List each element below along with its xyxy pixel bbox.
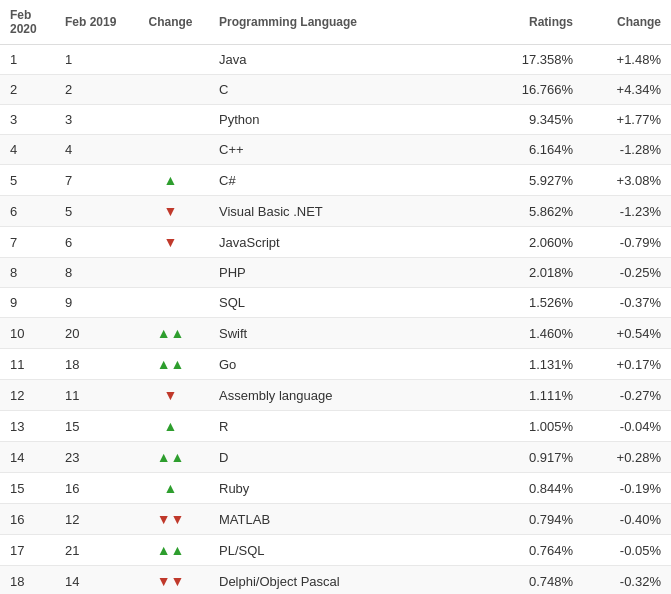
rating-value: 16.766% [451, 75, 583, 105]
change-value: -0.04% [583, 411, 671, 442]
rank-2020: 1 [0, 45, 55, 75]
rank-2019: 2 [55, 75, 132, 105]
header-ratings: Ratings [451, 0, 583, 45]
arrow-down-icon: ▼ [164, 203, 178, 219]
change-value: -0.25% [583, 258, 671, 288]
rank-2020: 4 [0, 135, 55, 165]
table-row: 4 4 C++ 6.164% -1.28% [0, 135, 671, 165]
change-value: +1.77% [583, 105, 671, 135]
rank-2020: 11 [0, 349, 55, 380]
table-header: Feb 2020 Feb 2019 Change Programming Lan… [0, 0, 671, 45]
rating-value: 9.345% [451, 105, 583, 135]
arrow-up-double-icon: ▲▲ [157, 325, 185, 341]
change-arrow: ▲ [132, 165, 209, 196]
change-value: +0.28% [583, 442, 671, 473]
rank-2019: 9 [55, 288, 132, 318]
change-value: -0.32% [583, 566, 671, 595]
change-arrow: ▼ [132, 196, 209, 227]
change-value: -0.19% [583, 473, 671, 504]
rating-value: 0.844% [451, 473, 583, 504]
rank-2019: 6 [55, 227, 132, 258]
arrow-down-double-icon: ▼▼ [157, 573, 185, 589]
rank-2019: 4 [55, 135, 132, 165]
arrow-down-icon: ▼ [164, 234, 178, 250]
header-change: Change [132, 0, 209, 45]
change-arrow: ▲▲ [132, 535, 209, 566]
language-name: Visual Basic .NET [209, 196, 451, 227]
rank-2019: 18 [55, 349, 132, 380]
change-arrow [132, 105, 209, 135]
table-row: 2 2 C 16.766% +4.34% [0, 75, 671, 105]
change-arrow: ▼▼ [132, 566, 209, 595]
change-arrow [132, 75, 209, 105]
arrow-down-double-icon: ▼▼ [157, 511, 185, 527]
rating-value: 1.460% [451, 318, 583, 349]
table-row: 1 1 Java 17.358% +1.48% [0, 45, 671, 75]
table-row: 7 6 ▼ JavaScript 2.060% -0.79% [0, 227, 671, 258]
change-arrow: ▲ [132, 473, 209, 504]
header-feb2020: Feb 2020 [0, 0, 55, 45]
rank-2020: 5 [0, 165, 55, 196]
rank-2020: 18 [0, 566, 55, 595]
table-row: 16 12 ▼▼ MATLAB 0.794% -0.40% [0, 504, 671, 535]
rank-2019: 21 [55, 535, 132, 566]
rank-2019: 15 [55, 411, 132, 442]
rating-value: 0.748% [451, 566, 583, 595]
rank-2020: 9 [0, 288, 55, 318]
rank-2019: 20 [55, 318, 132, 349]
change-arrow [132, 288, 209, 318]
change-value: -0.05% [583, 535, 671, 566]
rating-value: 0.794% [451, 504, 583, 535]
rating-value: 5.862% [451, 196, 583, 227]
rank-2019: 3 [55, 105, 132, 135]
change-arrow: ▼▼ [132, 504, 209, 535]
rank-2020: 7 [0, 227, 55, 258]
change-arrow: ▲▲ [132, 318, 209, 349]
table-row: 13 15 ▲ R 1.005% -0.04% [0, 411, 671, 442]
rank-2019: 8 [55, 258, 132, 288]
table-row: 18 14 ▼▼ Delphi/Object Pascal 0.748% -0.… [0, 566, 671, 595]
rating-value: 1.005% [451, 411, 583, 442]
rank-2020: 6 [0, 196, 55, 227]
change-value: +1.48% [583, 45, 671, 75]
language-name: MATLAB [209, 504, 451, 535]
rank-2019: 11 [55, 380, 132, 411]
rankings-table: Feb 2020 Feb 2019 Change Programming Lan… [0, 0, 671, 594]
language-name: Ruby [209, 473, 451, 504]
language-name: Python [209, 105, 451, 135]
rating-value: 2.018% [451, 258, 583, 288]
rank-2019: 23 [55, 442, 132, 473]
rank-2019: 16 [55, 473, 132, 504]
change-value: -1.28% [583, 135, 671, 165]
arrow-up-icon: ▲ [164, 480, 178, 496]
language-name: Java [209, 45, 451, 75]
arrow-up-double-icon: ▲▲ [157, 542, 185, 558]
change-value: -0.27% [583, 380, 671, 411]
rank-2020: 17 [0, 535, 55, 566]
change-arrow [132, 258, 209, 288]
rank-2020: 2 [0, 75, 55, 105]
header-feb2019: Feb 2019 [55, 0, 132, 45]
language-name: Swift [209, 318, 451, 349]
rank-2020: 15 [0, 473, 55, 504]
change-arrow: ▲▲ [132, 349, 209, 380]
rank-2020: 12 [0, 380, 55, 411]
change-value: -0.37% [583, 288, 671, 318]
rank-2019: 1 [55, 45, 132, 75]
change-arrow: ▼ [132, 227, 209, 258]
table-row: 14 23 ▲▲ D 0.917% +0.28% [0, 442, 671, 473]
rating-value: 5.927% [451, 165, 583, 196]
change-value: +4.34% [583, 75, 671, 105]
table-row: 15 16 ▲ Ruby 0.844% -0.19% [0, 473, 671, 504]
table-row: 6 5 ▼ Visual Basic .NET 5.862% -1.23% [0, 196, 671, 227]
rank-2019: 7 [55, 165, 132, 196]
change-value: -1.23% [583, 196, 671, 227]
language-name: PL/SQL [209, 535, 451, 566]
rating-value: 0.764% [451, 535, 583, 566]
rating-value: 1.526% [451, 288, 583, 318]
table-row: 8 8 PHP 2.018% -0.25% [0, 258, 671, 288]
header-language: Programming Language [209, 0, 451, 45]
rank-2019: 5 [55, 196, 132, 227]
arrow-up-icon: ▲ [164, 172, 178, 188]
change-arrow: ▲ [132, 411, 209, 442]
